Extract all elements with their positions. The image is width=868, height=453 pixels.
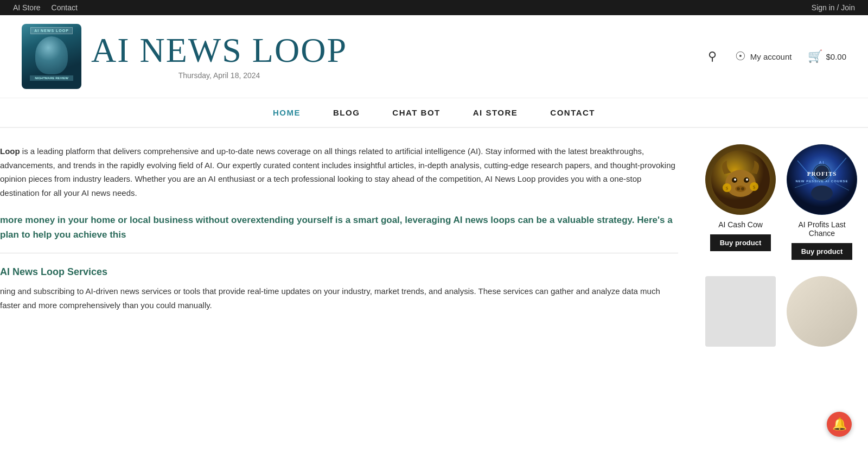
svg-point-7 [737, 187, 740, 190]
svg-text:PROFITS: PROFITS [807, 170, 837, 177]
site-date: Thursday, April 18, 2024 [91, 71, 347, 80]
top-bar: AI Store Contact Sign in / Join [0, 0, 868, 15]
search-icon[interactable]: ⚲ [706, 47, 719, 66]
buy-button-cash-cow[interactable]: Buy product [710, 234, 771, 251]
product-card-ai-profits: AI PROFITS NEW PASSIVE AI COURSE AI Prof… [787, 144, 857, 260]
sign-in-join-link[interactable]: Sign in / Join [812, 3, 855, 12]
svg-point-19 [811, 186, 833, 201]
cash-cow-svg: $ $ [711, 150, 770, 209]
sidebar: $ $ AI Cash Cow Buy product [694, 144, 868, 347]
products-grid: $ $ AI Cash Cow Buy product [705, 144, 857, 260]
intro-text-rest: is a leading platform that delivers comp… [0, 146, 675, 197]
topbar-ai-store[interactable]: AI Store [13, 3, 41, 12]
top-bar-left: AI Store Contact [13, 3, 78, 12]
product-placeholder-2 [787, 276, 857, 347]
product-card-cash-cow: $ $ AI Cash Cow Buy product [705, 144, 776, 260]
products-row2 [705, 276, 857, 347]
intro-bold: Loop [0, 146, 20, 156]
product-image-cash-cow: $ $ [705, 144, 776, 215]
cart-link[interactable]: 🛒 $0.00 [808, 49, 846, 63]
logo-image: AI NEWS LOOP NIGHTMARE REVIEW [22, 24, 81, 89]
topbar-contact[interactable]: Contact [52, 3, 78, 12]
top-bar-right: Sign in / Join [812, 3, 855, 12]
svg-point-4 [734, 178, 736, 181]
svg-point-5 [746, 178, 748, 181]
highlight-paragraph: more money in your home or local busines… [0, 213, 678, 253]
content-left: Loop is a leading platform that delivers… [0, 144, 694, 347]
intro-paragraph: Loop is a leading platform that delivers… [0, 144, 678, 200]
services-heading: AI News Loop Services [0, 266, 678, 278]
logo-area: AI NEWS LOOP NIGHTMARE REVIEW AI NEWS LO… [22, 24, 347, 89]
nav-blog[interactable]: BLOG [333, 108, 360, 117]
site-title: AI NEWS LOOP [91, 33, 347, 68]
svg-point-1 [725, 170, 756, 197]
site-title-area: AI NEWS LOOP Thursday, April 18, 2024 [91, 33, 347, 80]
product-name-ai-profits: AI Profits Last Chance [787, 220, 857, 238]
header-right: ⚲ ☉ My account 🛒 $0.00 [706, 47, 846, 66]
logo-ribbon: NIGHTMARE REVIEW [30, 75, 73, 81]
buy-button-ai-profits[interactable]: Buy product [792, 243, 853, 260]
cart-icon: 🛒 [808, 49, 822, 63]
product-name-cash-cow: AI Cash Cow [718, 220, 763, 229]
nav-chatbot[interactable]: CHAT BOT [392, 108, 440, 117]
cart-amount: $0.00 [826, 52, 846, 61]
svg-text:$: $ [753, 184, 756, 190]
my-account-label: My account [750, 52, 792, 61]
svg-text:NEW PASSIVE AI COURSE: NEW PASSIVE AI COURSE [795, 180, 848, 183]
svg-text:$: $ [726, 186, 729, 191]
product-image-ai-profits: AI PROFITS NEW PASSIVE AI COURSE [787, 144, 857, 215]
nav-home[interactable]: HOME [273, 108, 301, 117]
logo-robot-graphic [35, 36, 68, 74]
nav-ai-store[interactable]: AI STORE [473, 108, 518, 117]
my-account-link[interactable]: ☉ My account [735, 49, 792, 63]
services-text: ning and subscribing to AI-driven news s… [0, 284, 678, 312]
main-content: Loop is a leading platform that delivers… [0, 128, 868, 347]
product-placeholder-1 [705, 276, 776, 347]
nav-contact[interactable]: CONTACT [550, 108, 595, 117]
svg-point-8 [741, 187, 744, 190]
main-nav: HOME BLOG CHAT BOT AI STORE CONTACT [0, 98, 868, 128]
account-icon: ☉ [735, 49, 746, 63]
logo-badge: AI NEWS LOOP [30, 27, 73, 34]
svg-text:AI: AI [819, 161, 825, 164]
site-header: AI NEWS LOOP NIGHTMARE REVIEW AI NEWS LO… [0, 15, 868, 98]
ai-profits-svg: AI PROFITS NEW PASSIVE AI COURSE [787, 144, 857, 215]
